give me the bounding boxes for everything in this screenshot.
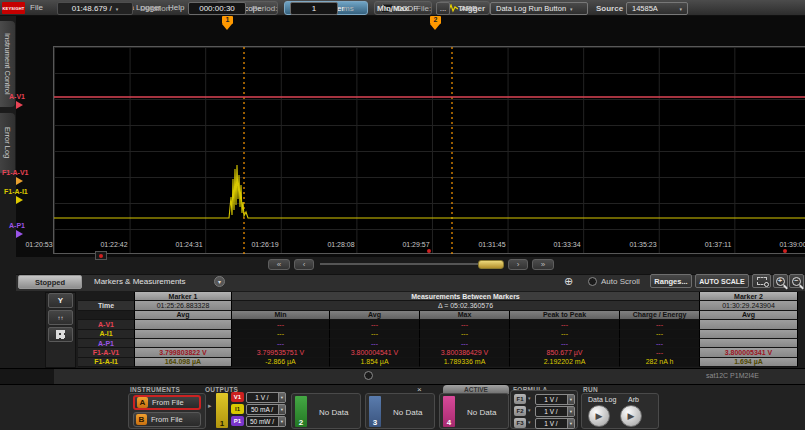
f2-scale-dropdown[interactable]: 1 V / ▾ xyxy=(535,406,575,417)
auto-scroll-checkbox[interactable] xyxy=(588,277,597,286)
v1-badge[interactable]: V1 xyxy=(231,392,244,402)
trigger-value: Data Log Run Button xyxy=(496,4,566,13)
cell-a-i1-charge: --- xyxy=(620,330,700,339)
scroll-last-button[interactable]: » xyxy=(532,259,554,270)
duration-label: Duration: xyxy=(140,4,172,13)
marker-pair-button[interactable]: ↑↑ xyxy=(48,310,73,325)
f2-expander[interactable]: ▾ xyxy=(528,407,531,413)
f1-expander[interactable]: ▾ xyxy=(528,395,531,401)
sidetab-error-log[interactable]: Error Log xyxy=(0,112,16,174)
arb-play-button[interactable]: ▶ xyxy=(620,405,642,427)
f1-badge[interactable]: F1 xyxy=(514,394,526,404)
chevron-down-icon: ▾ xyxy=(116,6,119,12)
channel-marker-f1-a-v1[interactable] xyxy=(16,177,23,185)
cell-f1-a-v1-avg: 3.800004541 V xyxy=(330,348,420,357)
cell-a-i1-min: --- xyxy=(232,330,330,339)
scroll-prev-button[interactable]: ‹ xyxy=(294,259,314,270)
channel-3-panel[interactable]: 3 No Data xyxy=(365,393,435,429)
channel-4-panel[interactable]: 4 No Data xyxy=(439,393,509,429)
p1-scale-dropdown[interactable]: 50 mW / ▾ xyxy=(246,416,286,427)
play-icon: ▶ xyxy=(628,411,635,421)
channel-2-panel[interactable]: 2 No Data xyxy=(291,393,361,429)
i1-badge[interactable]: I1 xyxy=(231,404,244,414)
f3-scale-dropdown[interactable]: 1 V / ▾ xyxy=(535,418,575,429)
minmax-checkbox[interactable] xyxy=(364,371,373,380)
trigger-dropdown[interactable]: Data Log Run Button ▾ xyxy=(490,2,588,15)
channel-3-no-data: No Data xyxy=(393,408,422,417)
menu-file[interactable]: File xyxy=(30,3,43,12)
waveform-plot[interactable] xyxy=(53,46,805,254)
marker2-header[interactable]: Marker 2 xyxy=(700,292,798,301)
x-tick-10: 01:39:00 xyxy=(770,241,805,248)
col-header-charge-energy[interactable]: Charge / Energy xyxy=(620,311,700,320)
f3-badge[interactable]: F3 xyxy=(514,418,526,428)
x-tick-1: 01:22:42 xyxy=(91,241,137,248)
scroll-thumb[interactable] xyxy=(478,260,504,269)
cell-a-p1-m2 xyxy=(700,339,798,348)
col-header-avg[interactable]: Avg xyxy=(330,311,420,320)
row-label-f1-a-v1: F1-A-V1 xyxy=(78,348,135,357)
channel-label-f1-a-i1: F1-A-I1 xyxy=(4,188,28,195)
channel-2-bar: 2 xyxy=(295,396,307,427)
marker1-time: 01:25:26.883328 xyxy=(135,301,232,310)
status-stopped-button[interactable]: Stopped xyxy=(18,275,82,289)
zoom-region-button[interactable] xyxy=(752,274,771,288)
channel-marker-a-v1[interactable] xyxy=(16,101,23,109)
channel-2-number: 2 xyxy=(299,418,303,427)
instrument-a-badge: A xyxy=(137,397,148,408)
crosshair-icon[interactable]: ⊕ xyxy=(564,275,573,288)
instruments-expander[interactable]: ▸ xyxy=(208,402,212,410)
config-name-label: sat12C P1M2I4E xyxy=(706,372,759,379)
f1-scale-dropdown[interactable]: 1 V / ▾ xyxy=(535,394,575,405)
i1-scale-dropdown[interactable]: 50 mA / ▾ xyxy=(246,404,286,415)
zoom-in-button[interactable]: + xyxy=(773,274,788,288)
file-browse-button[interactable]: ... xyxy=(436,2,450,15)
zoom-out-button[interactable]: − xyxy=(789,274,804,288)
chevron-down-icon: ▾ xyxy=(679,6,682,12)
elapsed-time-dropdown[interactable]: 01:48.679 / ▾ xyxy=(57,2,133,15)
marker-2-handle[interactable]: 2 xyxy=(430,16,441,30)
col-header-peak-to-peak[interactable]: Peak to Peak xyxy=(510,311,620,320)
channel-marker-f1-a-i1[interactable] xyxy=(16,196,23,204)
cell-a-v1-m1 xyxy=(135,320,232,329)
f2-badge[interactable]: F2 xyxy=(514,406,526,416)
channel-1-bar[interactable]: 1 xyxy=(216,393,228,428)
markers-measurements-dropdown[interactable]: ▾ xyxy=(214,276,225,287)
duration-field[interactable]: 000:00:30 xyxy=(188,2,246,15)
marker-tool-button[interactable]: Y xyxy=(48,293,73,308)
cell-a-v1-ptp: --- xyxy=(510,320,620,329)
scroll-first-button[interactable]: « xyxy=(268,259,290,270)
marker-1-handle[interactable]: 1 xyxy=(222,16,233,30)
source-value: 14585A xyxy=(632,4,658,13)
cell-f1-a-v1-m1: 3.799803822 V xyxy=(135,348,232,357)
marker1-header[interactable]: Marker 1 xyxy=(135,292,232,301)
markers-measurements-label: Markers & Measurements xyxy=(94,277,186,286)
data-log-run-label: Data Log xyxy=(588,396,616,403)
scroll-track[interactable] xyxy=(320,263,478,265)
x-tick-3: 01:26:19 xyxy=(242,241,288,248)
f3-expander[interactable]: ▾ xyxy=(528,419,531,425)
ranges-button[interactable]: Ranges... xyxy=(650,274,692,288)
channel-label-a-p1: A-P1 xyxy=(9,222,25,229)
row-label-a-i1: A-I1 xyxy=(78,330,135,339)
instruments-section-label: INSTRUMENTS xyxy=(130,386,180,393)
col-header-min[interactable]: Min xyxy=(232,311,330,320)
instruments-panel: A From File B From File xyxy=(128,393,206,429)
marker-1-label: 1 xyxy=(222,16,233,24)
instrument-a-button[interactable]: A From File xyxy=(133,395,201,410)
p1-badge[interactable]: P1 xyxy=(231,416,244,426)
grid-view-button[interactable] xyxy=(48,327,73,342)
channel-marker-a-p1[interactable] xyxy=(16,230,23,238)
auto-scale-button[interactable]: AUTO SCALE xyxy=(695,274,749,288)
v1-scale-dropdown[interactable]: 1 V / ▾ xyxy=(246,392,286,403)
instrument-b-badge: B xyxy=(136,414,147,425)
scroll-next-button[interactable]: › xyxy=(508,259,528,270)
source-dropdown[interactable]: 14585A ▾ xyxy=(626,2,688,15)
col-header-max[interactable]: Max xyxy=(420,311,510,320)
i1-scale-value: 50 mA / xyxy=(251,406,273,413)
data-log-play-button[interactable]: ▶ xyxy=(588,405,610,427)
x-tick-7: 01:33:34 xyxy=(544,241,590,248)
period-field[interactable]: 1 xyxy=(290,2,338,15)
v1-scale-value: 1 V / xyxy=(255,394,268,401)
instrument-b-button[interactable]: B From File xyxy=(133,412,201,427)
